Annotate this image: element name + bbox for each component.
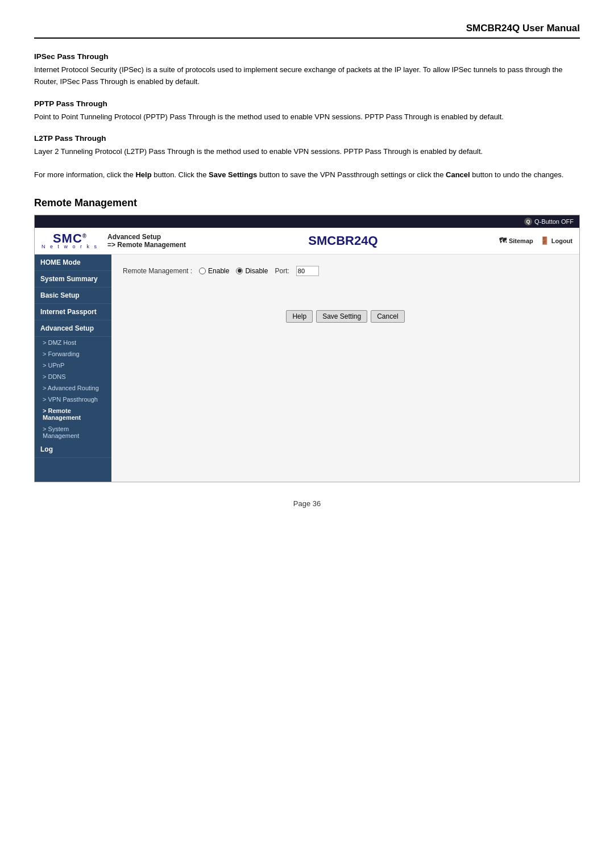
breadcrumb-line1: Advanced Setup <box>107 233 187 241</box>
sidebar-item-internet-passport[interactable]: Internet Passport <box>35 304 111 320</box>
model-name: SMCBR24Q <box>196 233 490 248</box>
logout-label: Logout <box>551 237 572 244</box>
sidebar-item-vpn-passthrough[interactable]: > VPN Passthrough <box>35 394 111 405</box>
enable-radio[interactable] <box>199 268 206 274</box>
ipsec-heading: IPSec Pass Through <box>34 52 580 61</box>
l2tp-heading: L2TP Pass Through <box>34 134 580 143</box>
q-status-label: Q-Button OFF <box>534 218 574 225</box>
breadcrumb-block: Advanced Setup => Remote Management <box>107 233 187 249</box>
sitemap-icon: 🗺 <box>499 236 507 245</box>
router-topbar: Q Q-Button OFF <box>35 215 579 228</box>
sidebar-item-dmz-host[interactable]: > DMZ Host <box>35 337 111 348</box>
router-header: SMC® N e t w o r k s Advanced Setup => R… <box>35 228 579 254</box>
page-header: SMCBR24Q User Manual <box>34 23 580 39</box>
sitemap-label: Sitemap <box>509 237 533 244</box>
l2tp-text: Layer 2 Tunneling Protocol (L2TP) Pass T… <box>34 146 580 158</box>
remote-mgmt-row: Remote Management : Enable Disable <box>123 266 568 276</box>
breadcrumb-line2: => Remote Management <box>107 241 187 249</box>
logout-icon: 🚪 <box>540 236 549 245</box>
remote-mgmt-label: Remote Management : <box>123 267 192 275</box>
enable-option[interactable]: Enable <box>199 267 229 275</box>
sidebar-item-system-summary[interactable]: System Summary <box>35 271 111 287</box>
radio-group: Enable Disable <box>199 267 268 275</box>
sitemap-nav-item[interactable]: 🗺 Sitemap <box>499 236 533 245</box>
pptp-section: PPTP Pass Through Point to Point Tunneli… <box>34 99 580 123</box>
sidebar-item-basic-setup[interactable]: Basic Setup <box>35 287 111 304</box>
sidebar-item-advanced-setup[interactable]: Advanced Setup <box>35 320 111 337</box>
button-row: Help Save Setting Cancel <box>123 310 568 323</box>
l2tp-section: L2TP Pass Through Layer 2 Tunneling Prot… <box>34 134 580 158</box>
page-container: SMCBR24Q User Manual IPSec Pass Through … <box>0 0 614 548</box>
router-content: Remote Management : Enable Disable <box>111 254 579 482</box>
info-paragraph: For more information, click the Help but… <box>34 169 580 181</box>
sidebar-item-advanced-routing[interactable]: > Advanced Routing <box>35 382 111 394</box>
help-button[interactable]: Help <box>286 310 313 323</box>
sidebar-item-forwarding[interactable]: > Forwarding <box>35 348 111 360</box>
ipsec-section: IPSec Pass Through Internet Protocol Sec… <box>34 52 580 88</box>
sidebar-item-home-mode[interactable]: HOME Mode <box>35 254 111 271</box>
sidebar-item-upnp[interactable]: > UPnP <box>35 360 111 371</box>
pptp-text: Point to Point Tunneling Protocol (PPTP)… <box>34 111 580 123</box>
qbutton-status: Q Q-Button OFF <box>524 218 574 226</box>
router-ui: Q Q-Button OFF SMC® N e t w o r k s Adva… <box>34 215 580 482</box>
disable-option[interactable]: Disable <box>236 267 268 275</box>
remote-management-title: Remote Management <box>34 197 580 209</box>
disable-label: Disable <box>245 267 268 275</box>
save-setting-button[interactable]: Save Setting <box>316 310 367 323</box>
ipsec-text: Internet Protocol Security (IPSec) is a … <box>34 64 580 88</box>
port-label: Port: <box>275 267 289 275</box>
router-body: HOME Mode System Summary Basic Setup Int… <box>35 254 579 482</box>
q-icon: Q <box>524 218 532 226</box>
enable-label: Enable <box>208 267 229 275</box>
page-title: SMCBR24Q User Manual <box>466 23 580 34</box>
header-nav: 🗺 Sitemap 🚪 Logout <box>499 236 572 245</box>
sidebar-item-remote-management[interactable]: > Remote Management <box>35 405 111 423</box>
port-input[interactable] <box>296 266 319 276</box>
smc-logo: SMC® <box>53 232 87 245</box>
smc-logo-sup: ® <box>82 233 87 239</box>
logo-block: SMC® N e t w o r k s <box>42 232 98 249</box>
page-footer: Page 36 <box>34 499 580 525</box>
sidebar-item-system-management[interactable]: > System Management <box>35 423 111 441</box>
smc-networks-text: N e t w o r k s <box>42 244 98 249</box>
sidebar: HOME Mode System Summary Basic Setup Int… <box>35 254 111 482</box>
cancel-button[interactable]: Cancel <box>371 310 404 323</box>
sidebar-item-ddns[interactable]: > DDNS <box>35 371 111 382</box>
sidebar-item-log[interactable]: Log <box>35 441 111 458</box>
logout-nav-item[interactable]: 🚪 Logout <box>540 236 572 245</box>
radio-inner-dot <box>238 269 242 273</box>
disable-radio[interactable] <box>236 268 243 274</box>
pptp-heading: PPTP Pass Through <box>34 99 580 108</box>
